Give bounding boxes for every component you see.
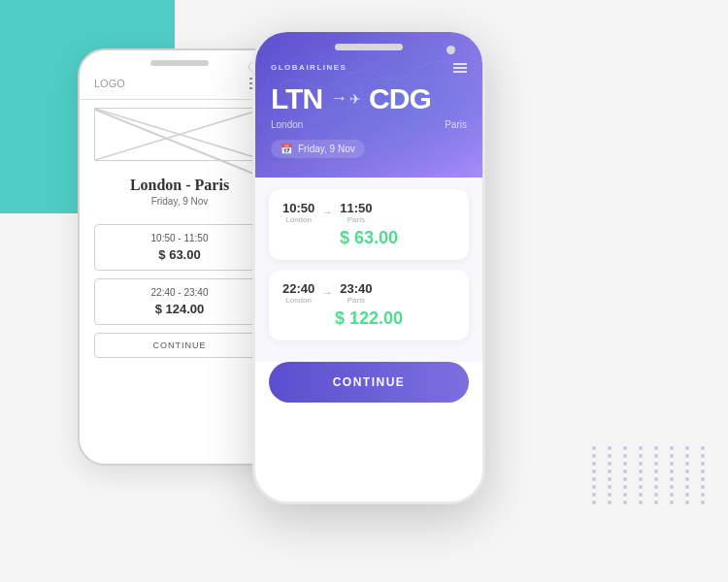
destination-code: CDG <box>369 82 431 115</box>
wireframe-flight1-times: 10:50 - 11:50 <box>105 233 254 243</box>
dot <box>701 462 705 466</box>
modern-header-top: GLOBAIRLINES <box>271 63 467 73</box>
plane-icon: ✈ <box>349 91 361 107</box>
modern-continue-button[interactable]: CONTINUE <box>269 362 469 403</box>
dot <box>701 469 705 473</box>
flight1-depart-time: 10:50 <box>282 201 314 215</box>
flight2-depart-time: 22:40 <box>282 281 314 296</box>
dot <box>701 446 705 450</box>
flight2-price: $ 122.00 <box>282 308 455 329</box>
flight2-arrow: → <box>322 287 332 298</box>
dot <box>701 493 705 497</box>
flight1-arrive-group: 11:50 Paris <box>340 201 372 224</box>
flight1-depart-city: London <box>285 215 312 224</box>
flight2-depart-group: 22:40 London <box>282 281 314 305</box>
wireframe-flight-card-2[interactable]: 22:40 - 23:40 $ 124.00 <box>94 278 265 325</box>
modern-flight-card-1[interactable]: 10:50 London → 11:50 Paris $ 63.00 <box>269 189 469 260</box>
wireframe-flight1-price: $ 63.00 <box>105 247 254 262</box>
route-cities: London Paris <box>271 119 467 130</box>
modern-phone: GLOBAIRLINES LTN → ✈ CDG London <box>252 29 485 504</box>
modern-phone-body: 10:50 London → 11:50 Paris $ 63.00 22:40 <box>255 178 482 362</box>
dot <box>701 477 705 481</box>
flight1-price: $ 63.00 <box>282 228 455 248</box>
calendar-icon: 📅 <box>281 144 292 154</box>
wireframe-flight2-price: $ 124.00 <box>105 302 254 316</box>
wireframe-continue-button[interactable]: CONTINUE <box>94 333 265 358</box>
origin-city: London <box>271 119 303 130</box>
wireframe-logo: LOGO <box>94 78 125 89</box>
airline-name: GLOBAIRLINES <box>271 63 347 72</box>
date-badge: 📅 Friday, 9 Nov <box>271 140 365 158</box>
wireframe-image-placeholder <box>94 108 265 161</box>
flight2-depart-city: London <box>285 296 312 305</box>
modern-flight-card-2[interactable]: 22:40 London → 23:40 Paris $ 122.00 <box>269 270 469 340</box>
flight2-arrive-city: Paris <box>347 296 365 305</box>
origin-code: LTN <box>271 82 322 115</box>
wireframe-flight-card-1[interactable]: 10:50 - 11:50 $ 63.00 <box>94 224 265 271</box>
modern-menu-icon[interactable] <box>453 63 467 73</box>
flight1-times-row: 10:50 London → 11:50 Paris <box>282 201 455 224</box>
destination-city: Paris <box>445 119 467 130</box>
wireframe-title-area: London - Paris Friday, 9 Nov <box>80 169 280 216</box>
flight2-arrive-time: 23:40 <box>340 281 372 296</box>
flight-date: Friday, 9 Nov <box>298 144 355 154</box>
dot <box>701 501 705 504</box>
wireframe-phone: LOGO London - Paris Friday, 9 Nov 10:50 … <box>78 48 281 466</box>
dot <box>701 454 705 458</box>
route-arrow: → ✈ <box>330 88 361 109</box>
route-display: LTN → ✈ CDG <box>271 82 467 115</box>
flight2-times-row: 22:40 London → 23:40 Paris <box>282 281 455 305</box>
phones-wrapper: LOGO London - Paris Friday, 9 Nov 10:50 … <box>78 29 699 553</box>
modern-phone-header: GLOBAIRLINES LTN → ✈ CDG London <box>255 32 482 178</box>
flight1-depart-group: 10:50 London <box>282 201 314 224</box>
wireframe-date: Friday, 9 Nov <box>94 196 265 207</box>
flight2-arrive-group: 23:40 Paris <box>340 281 372 305</box>
wireframe-phone-header: LOGO <box>80 50 280 100</box>
dot <box>701 485 705 489</box>
wireframe-flight2-times: 22:40 - 23:40 <box>105 287 254 298</box>
flight1-arrow: → <box>322 207 332 217</box>
wireframe-route-title: London - Paris <box>94 177 265 194</box>
flight1-arrive-time: 11:50 <box>340 201 372 215</box>
flight1-arrive-city: Paris <box>347 215 365 224</box>
placeholder-svg <box>95 109 264 160</box>
